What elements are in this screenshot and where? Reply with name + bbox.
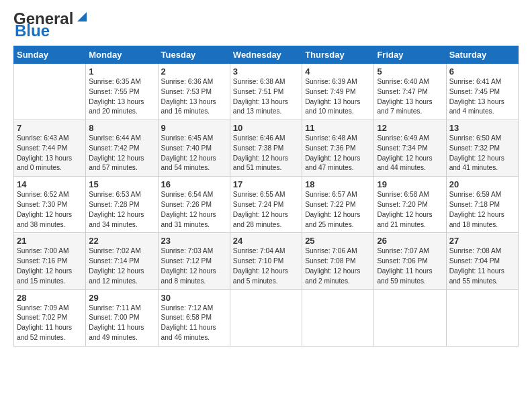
day-cell: 2Sunrise: 6:36 AMSunset: 7:53 PMDaylight… [158,64,230,120]
col-header-wednesday: Wednesday [230,46,302,64]
day-cell: 18Sunrise: 6:57 AMSunset: 7:22 PMDayligh… [302,177,374,233]
day-number: 18 [305,179,371,189]
col-header-thursday: Thursday [302,46,374,64]
day-info: Sunrise: 6:50 AMSunset: 7:32 PMDaylight:… [449,134,515,173]
day-cell: 12Sunrise: 6:49 AMSunset: 7:34 PMDayligh… [374,120,446,177]
day-info: Sunrise: 6:48 AMSunset: 7:36 PMDaylight:… [305,134,371,173]
day-number: 9 [161,123,227,133]
week-row: 14Sunrise: 6:52 AMSunset: 7:30 PMDayligh… [14,177,519,233]
day-number: 10 [233,123,299,133]
day-cell: 7Sunrise: 6:43 AMSunset: 7:44 PMDaylight… [14,120,86,177]
day-cell: 28Sunrise: 7:09 AMSunset: 7:02 PMDayligh… [14,289,86,346]
day-cell [302,289,374,346]
day-cell: 4Sunrise: 6:39 AMSunset: 7:49 PMDaylight… [302,64,374,120]
day-number: 8 [89,123,154,133]
col-header-tuesday: Tuesday [158,46,230,64]
week-row: 28Sunrise: 7:09 AMSunset: 7:02 PMDayligh… [14,289,519,346]
day-cell: 8Sunrise: 6:44 AMSunset: 7:42 PMDaylight… [86,120,158,177]
day-cell: 22Sunrise: 7:02 AMSunset: 7:14 PMDayligh… [86,233,158,289]
day-info: Sunrise: 7:11 AMSunset: 7:00 PMDaylight:… [89,304,154,343]
day-number: 27 [449,236,515,246]
day-cell [374,289,446,346]
week-row: 1Sunrise: 6:35 AMSunset: 7:55 PMDaylight… [14,64,519,120]
day-cell: 10Sunrise: 6:46 AMSunset: 7:38 PMDayligh… [230,120,302,177]
day-number: 13 [449,123,515,133]
day-cell: 27Sunrise: 7:08 AMSunset: 7:04 PMDayligh… [446,233,518,289]
week-row: 7Sunrise: 6:43 AMSunset: 7:44 PMDaylight… [14,120,519,177]
day-info: Sunrise: 6:57 AMSunset: 7:22 PMDaylight:… [305,190,371,230]
day-number: 30 [161,293,227,303]
day-cell: 16Sunrise: 6:54 AMSunset: 7:26 PMDayligh… [158,177,230,233]
day-number: 4 [305,66,371,77]
day-cell: 9Sunrise: 6:45 AMSunset: 7:40 PMDaylight… [158,120,230,177]
day-info: Sunrise: 6:53 AMSunset: 7:28 PMDaylight:… [89,190,154,230]
day-info: Sunrise: 7:02 AMSunset: 7:14 PMDaylight:… [89,246,154,286]
svg-marker-0 [77,12,87,21]
page: General Blue SundayMondayTuesdayWednesda… [0,0,532,353]
day-info: Sunrise: 7:08 AMSunset: 7:04 PMDaylight:… [449,246,515,286]
day-number: 2 [161,66,227,77]
day-info: Sunrise: 6:58 AMSunset: 7:20 PMDaylight:… [377,190,443,230]
day-info: Sunrise: 7:07 AMSunset: 7:06 PMDaylight:… [377,246,443,286]
day-info: Sunrise: 7:03 AMSunset: 7:12 PMDaylight:… [161,246,227,286]
day-cell: 20Sunrise: 6:59 AMSunset: 7:18 PMDayligh… [446,177,518,233]
day-info: Sunrise: 7:09 AMSunset: 7:02 PMDaylight:… [17,304,83,343]
day-info: Sunrise: 6:55 AMSunset: 7:24 PMDaylight:… [233,190,299,230]
day-number: 24 [233,236,299,246]
day-cell: 17Sunrise: 6:55 AMSunset: 7:24 PMDayligh… [230,177,302,233]
calendar-table: SundayMondayTuesdayWednesdayThursdayFrid… [13,46,519,347]
day-number: 5 [377,66,443,77]
header: General Blue [13,11,519,39]
day-info: Sunrise: 6:52 AMSunset: 7:30 PMDaylight:… [17,190,83,230]
day-cell: 3Sunrise: 6:38 AMSunset: 7:51 PMDaylight… [230,64,302,120]
day-info: Sunrise: 6:49 AMSunset: 7:34 PMDaylight:… [377,134,443,173]
day-cell: 25Sunrise: 7:06 AMSunset: 7:08 PMDayligh… [302,233,374,289]
logo-blue-text: Blue [15,21,50,40]
day-info: Sunrise: 6:54 AMSunset: 7:26 PMDaylight:… [161,190,227,230]
day-cell [14,64,86,120]
day-cell: 1Sunrise: 6:35 AMSunset: 7:55 PMDaylight… [86,64,158,120]
day-cell: 15Sunrise: 6:53 AMSunset: 7:28 PMDayligh… [86,177,158,233]
logo-icon [75,9,89,24]
col-header-friday: Friday [374,46,446,64]
header-row: SundayMondayTuesdayWednesdayThursdayFrid… [14,46,519,64]
week-row: 21Sunrise: 7:00 AMSunset: 7:16 PMDayligh… [14,233,519,289]
day-cell: 23Sunrise: 7:03 AMSunset: 7:12 PMDayligh… [158,233,230,289]
day-cell: 14Sunrise: 6:52 AMSunset: 7:30 PMDayligh… [14,177,86,233]
col-header-monday: Monday [86,46,158,64]
day-number: 26 [377,236,443,246]
day-info: Sunrise: 7:12 AMSunset: 6:58 PMDaylight:… [161,304,227,343]
day-info: Sunrise: 6:40 AMSunset: 7:47 PMDaylight:… [377,77,443,117]
logo: General Blue [13,11,89,39]
day-number: 12 [377,123,443,133]
day-cell: 30Sunrise: 7:12 AMSunset: 6:58 PMDayligh… [158,289,230,346]
day-info: Sunrise: 6:41 AMSunset: 7:45 PMDaylight:… [449,77,515,117]
day-number: 1 [89,66,154,77]
day-info: Sunrise: 7:06 AMSunset: 7:08 PMDaylight:… [305,246,371,286]
day-number: 23 [161,236,227,246]
day-cell: 21Sunrise: 7:00 AMSunset: 7:16 PMDayligh… [14,233,86,289]
day-number: 16 [161,179,227,189]
day-number: 3 [233,66,299,77]
col-header-saturday: Saturday [446,46,518,64]
day-info: Sunrise: 6:46 AMSunset: 7:38 PMDaylight:… [233,134,299,173]
day-info: Sunrise: 6:38 AMSunset: 7:51 PMDaylight:… [233,77,299,117]
day-number: 20 [449,179,515,189]
day-cell: 5Sunrise: 6:40 AMSunset: 7:47 PMDaylight… [374,64,446,120]
day-number: 6 [449,66,515,77]
day-number: 21 [17,236,83,246]
day-cell: 24Sunrise: 7:04 AMSunset: 7:10 PMDayligh… [230,233,302,289]
day-number: 14 [17,179,83,189]
day-info: Sunrise: 6:43 AMSunset: 7:44 PMDaylight:… [17,134,83,173]
col-header-sunday: Sunday [14,46,86,64]
day-number: 7 [17,123,83,133]
day-number: 25 [305,236,371,246]
day-info: Sunrise: 6:36 AMSunset: 7:53 PMDaylight:… [161,77,227,117]
day-number: 17 [233,179,299,189]
day-info: Sunrise: 6:39 AMSunset: 7:49 PMDaylight:… [305,77,371,117]
day-number: 28 [17,293,83,303]
day-info: Sunrise: 7:00 AMSunset: 7:16 PMDaylight:… [17,246,83,286]
day-number: 29 [89,293,154,303]
day-number: 19 [377,179,443,189]
day-cell [446,289,518,346]
